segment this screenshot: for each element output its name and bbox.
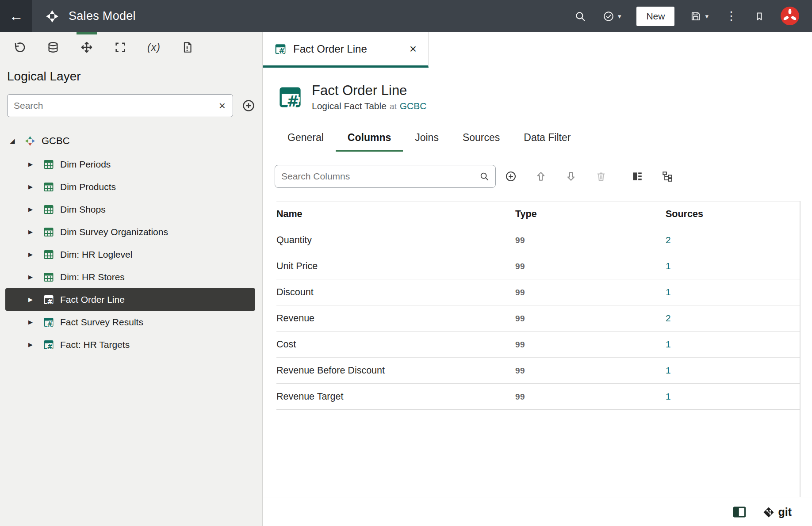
tree-item-dim-products[interactable]: ▶ Dim Products [0,175,262,198]
table-row[interactable]: Cost 99 1 [276,332,800,358]
table-row[interactable]: Quantity 99 2 [276,227,800,253]
column-header-sources[interactable]: Sources [666,209,800,220]
expand-caret-icon[interactable]: ▶ [28,184,43,190]
page-title: Sales Model [69,9,136,23]
delete-column-button[interactable] [586,165,616,188]
tree-item-label: Fact Survey Results [60,317,143,328]
tree-item-dim-survey-organizations[interactable]: ▶ Dim Survey Organizations [0,221,262,243]
invalid-files-tool-button[interactable] [171,32,204,62]
sources-count-link[interactable]: 2 [666,313,671,323]
search-icon [575,11,586,22]
sidebar-search-input[interactable] [14,100,218,111]
hierarchy-icon [662,171,673,182]
presentation-layer-tool-button[interactable] [103,32,137,62]
tree-item-fact-order-line[interactable]: ▶ Fact Order Line [5,288,255,311]
logical-layer-tool-button[interactable] [70,32,103,62]
avatar[interactable] [780,6,801,27]
move-up-button[interactable] [526,165,556,188]
chevron-down-icon: ▾ [705,12,709,20]
sources-count-link[interactable]: 1 [666,287,671,297]
table-row[interactable]: Revenue Before Discount 99 1 [276,358,800,384]
kebab-icon: ⋮ [725,10,737,22]
sources-count-link[interactable]: 2 [666,235,671,245]
bookmark-button[interactable] [746,0,773,32]
tab-sources[interactable]: Sources [451,127,512,152]
expand-caret-icon[interactable]: ▶ [28,274,43,280]
object-type-label: Logical Fact Table [312,101,387,111]
panel-title: Logical Layer [7,69,262,84]
object-title: Fact Order Line [312,83,426,99]
model-pinwheel-icon [46,10,59,23]
columns-search-input[interactable] [281,171,475,182]
tree-item-dim-hr-loglevel[interactable]: ▶ Dim: HR Loglevel [0,243,262,266]
trash-icon [595,171,607,182]
tree-item-dim-shops[interactable]: ▶ Dim Shops [0,198,262,221]
sources-count-link[interactable]: 1 [666,365,671,375]
fact-table-icon-large [278,85,302,109]
plus-circle-icon [505,171,517,182]
physical-layer-tool-button[interactable] [36,32,70,62]
tab-joins[interactable]: Joins [403,127,451,152]
tree-item-label: Dim Survey Organizations [60,227,168,237]
tab-fact-order-line[interactable]: Fact Order Line × [263,32,429,68]
detail-view-button[interactable] [622,165,652,188]
expand-caret-icon[interactable]: ▶ [28,342,43,347]
tab-columns[interactable]: Columns [336,127,403,152]
git-indicator[interactable]: git [763,506,792,518]
add-object-button[interactable] [242,99,255,112]
fact-table-icon [43,294,54,305]
more-menu-button[interactable]: ⋮ [717,0,746,32]
tree-item-gcbc[interactable]: ◢ GCBC [0,129,262,153]
scrollbar[interactable] [800,201,801,497]
table-row[interactable]: Discount 99 1 [276,279,800,305]
columns-search-box [275,165,496,188]
detail-tabs: General Columns Joins Sources Data Filte… [276,127,812,152]
move-down-button[interactable] [556,165,586,188]
expand-caret-icon[interactable]: ▶ [28,229,43,235]
back-button[interactable]: ← [0,0,32,32]
topbar: ← Sales Model ▾ New ▾ ⋮ [0,0,812,32]
tree-item-fact-hr-targets[interactable]: ▶ Fact: HR Targets [0,333,262,356]
check-consistency-button[interactable]: ▾ [594,0,630,32]
clear-search-icon[interactable]: × [218,100,226,111]
object-header-text: Fact Order Line Logical Fact TableatGCBC [312,83,426,111]
numeric-type-icon: 99 [515,262,525,271]
numeric-type-icon: 99 [515,392,525,401]
expand-caret-icon[interactable]: ▶ [28,206,43,212]
expand-caret-icon[interactable]: ▶ [28,319,43,325]
sources-count-link[interactable]: 1 [666,339,671,349]
sources-count-link[interactable]: 1 [666,261,671,271]
close-tab-icon[interactable]: × [410,43,417,55]
column-name: Quantity [276,235,515,246]
back-arrow-icon: ← [9,8,23,24]
tree-item-fact-survey-results[interactable]: ▶ Fact Survey Results [0,311,262,333]
search-button[interactable] [566,0,594,32]
table-row[interactable]: Revenue Target 99 1 [276,384,800,410]
logical-layer-tree: ◢ GCBC ▶ Dim Periods ▶ Dim Products ▶ Di… [0,129,262,356]
connections-tool-button[interactable] [3,32,36,62]
new-button[interactable]: New [636,7,674,26]
add-column-button[interactable] [496,165,526,188]
tab-data-filter[interactable]: Data Filter [512,127,582,152]
statusbar: git [263,498,812,526]
expand-caret-icon[interactable]: ▶ [28,161,43,167]
tree-item-dim-periods[interactable]: ▶ Dim Periods [0,153,262,175]
save-button[interactable]: ▾ [682,0,717,32]
collapse-caret-icon[interactable]: ◢ [10,137,25,144]
panel-toggle-icon[interactable] [733,506,746,519]
column-name: Revenue Target [276,391,515,402]
parent-model-link[interactable]: GCBC [400,101,427,111]
column-header-name[interactable]: Name [276,209,515,220]
sources-count-link[interactable]: 1 [666,391,671,401]
expand-caret-icon[interactable]: ▶ [28,297,43,302]
at-label: at [390,102,397,111]
column-header-type[interactable]: Type [515,209,666,220]
tab-general[interactable]: General [276,127,336,152]
tree-item-dim-hr-stores[interactable]: ▶ Dim: HR Stores [0,266,262,288]
arrow-up-icon [535,171,547,182]
expand-caret-icon[interactable]: ▶ [28,252,43,257]
table-row[interactable]: Revenue 99 2 [276,305,800,332]
variables-tool-button[interactable]: (x) [137,32,171,62]
table-row[interactable]: Unit Price 99 1 [276,253,800,279]
hierarchy-view-button[interactable] [652,165,682,188]
